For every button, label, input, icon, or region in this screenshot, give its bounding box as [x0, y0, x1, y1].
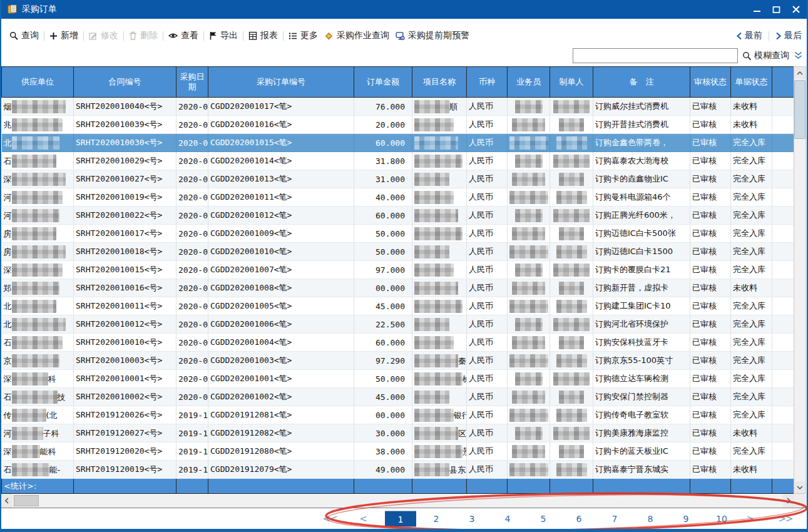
cell-contract-no: SRHT2020010012<号>: [74, 315, 176, 334]
vscroll-thumb[interactable]: [794, 80, 805, 139]
page-button-3[interactable]: 3: [469, 514, 475, 524]
column-header-doc-status[interactable]: 单据状态: [731, 67, 772, 98]
data-grid: 供应单位合同编号采购日期采购订单编号订单金额项目名称币种业务员制单人备 注审核状…: [1, 66, 807, 494]
cell-remark: 订购建工集团IC卡10: [593, 297, 690, 315]
fuzzy-search-button[interactable]: 模糊查询: [742, 50, 789, 61]
vertical-scrollbar[interactable]: [794, 66, 806, 494]
cell-salesperson: [508, 406, 550, 424]
column-header-filler[interactable]: [772, 67, 794, 98]
column-header-salesperson[interactable]: 业务员: [508, 67, 550, 98]
page-next-button[interactable]: >: [746, 513, 754, 524]
expand-chevron-icon[interactable]: [794, 51, 803, 60]
table-row[interactable]: 北SRHT2020010030<号>2020-0CGDD202001015<笔>…: [2, 134, 794, 152]
cell-amount: 76.000: [354, 98, 412, 116]
page-button-2[interactable]: 2: [434, 514, 439, 524]
table-row[interactable]: 房SRHT2020010018<号>2020-0CGDD202001010<笔>…: [2, 243, 794, 261]
horizontal-scrollbar[interactable]: [1, 494, 807, 508]
minimize-button[interactable]: [753, 6, 761, 14]
cell-contract-no: SRHT2020010011<号>: [74, 297, 176, 315]
table-row[interactable]: 河SRHT2020010022<号>2020-0CGDD202001012<笔>…: [2, 207, 794, 225]
column-header-purchase-date[interactable]: 采购日期: [176, 67, 208, 98]
table-row[interactable]: 北SRHT2020010011<号>2020-0CGDD202001005<笔>…: [2, 297, 794, 315]
column-header-contract-no[interactable]: 合同编号: [74, 67, 176, 98]
table-row[interactable]: 烟SRHT2020010040<号>2020-0CGDD202001017<笔>…: [2, 98, 794, 116]
column-header-amount[interactable]: 订单金额: [354, 67, 412, 98]
cell-salesperson: [508, 279, 550, 297]
toolbar-button-更多[interactable]: 更多: [285, 30, 321, 41]
table-row[interactable]: 深SRHT2020010015<号>2020-0CGDD202001007<笔>…: [2, 261, 794, 279]
toolbar-button-采购提前期预警[interactable]: 采购提前期预警: [392, 30, 473, 41]
censored-mosaic: [414, 227, 463, 240]
column-header-remark[interactable]: 备 注: [593, 67, 690, 98]
column-header-order-no[interactable]: 采购订单编号: [208, 67, 354, 98]
cell-audit-status: 已审核: [690, 152, 731, 170]
toolbar-button-查询[interactable]: 查询: [6, 30, 42, 41]
page-button-8[interactable]: 8: [648, 514, 653, 524]
column-header-audit-status[interactable]: 审核状态: [690, 67, 731, 98]
table-row[interactable]: 河SRHT2020010019<号>2020-0CGDD202001011<笔>…: [2, 188, 794, 207]
cell-project: [412, 116, 467, 134]
page-button-6[interactable]: 6: [576, 514, 582, 524]
scroll-down-arrow[interactable]: [794, 481, 805, 493]
scroll-right-arrow[interactable]: [783, 494, 794, 508]
column-header-currency[interactable]: 币种: [467, 67, 508, 98]
page-first-button[interactable]: <<: [322, 513, 337, 524]
hscroll-thumb[interactable]: [14, 495, 39, 506]
cell-project: [412, 261, 467, 279]
cell-remark: 订购河北省环境保护: [593, 315, 690, 334]
scroll-up-arrow[interactable]: [794, 67, 805, 79]
separator: [44, 31, 44, 41]
toolbar-button-查看[interactable]: 查看: [165, 30, 202, 41]
table-row[interactable]: 深能科SRHT2019120020<号>2019-1CGDD201912080<…: [2, 442, 794, 461]
table-row[interactable]: 河子科SRHT2019120027<号>2019-1CGDD201912082<…: [2, 424, 794, 442]
search-icon: [742, 51, 752, 61]
censored-mosaic: [414, 136, 458, 150]
cell-amount: 31.800: [354, 152, 412, 170]
page-button-9[interactable]: 9: [683, 514, 689, 524]
page-button-10[interactable]: 10: [716, 514, 727, 524]
table-row[interactable]: 京SRHT2020010003<号>2020-0CGDD202001003<笔>…: [2, 352, 794, 370]
table-row[interactable]: 石能-SRHT2019120019<号>2019-1CGDD201912079<…: [2, 461, 794, 479]
toolbar-button-报表[interactable]: 报表: [245, 30, 281, 41]
table-row[interactable]: 石SRHT2020010010<号>2020-0CGDD202001004<笔>…: [2, 334, 794, 352]
cell-remark: 订购曼科电源箱46个: [593, 188, 690, 207]
column-header-project[interactable]: 项目名称: [412, 67, 467, 98]
table-row[interactable]: 兆SRHT2020010039<号>2020-0CGDD202001016<笔>…: [2, 116, 794, 134]
maximize-button[interactable]: [772, 6, 780, 14]
separator: [123, 31, 124, 41]
nav-first-button[interactable]: 最前: [736, 30, 762, 41]
table-row[interactable]: 石技SRHT2020010002<号>2020-0CGDD202001002<笔…: [2, 388, 794, 406]
page-last-button[interactable]: >>: [778, 513, 792, 524]
cell-supplier: 北: [2, 297, 74, 315]
toolbar-button-导出[interactable]: 导出: [206, 30, 241, 41]
table-row[interactable]: 深SRHT2020010027<号>2020-0CGDD202001013<笔>…: [2, 170, 794, 188]
search-input[interactable]: [573, 48, 738, 63]
page-button-4[interactable]: 4: [505, 514, 511, 524]
table-row[interactable]: 房SRHT2020010017<号>2020-0CGDD202001009<笔>…: [2, 225, 794, 243]
nav-last-button[interactable]: 最后: [775, 30, 802, 41]
page-button-5[interactable]: 5: [541, 514, 546, 524]
page-button-1[interactable]: 1: [385, 511, 416, 527]
close-button[interactable]: [792, 5, 800, 14]
table-row[interactable]: 郑SRHT2020010016<号>2020-0CGDD202001008<笔>…: [2, 279, 794, 297]
cell-salesperson: [508, 188, 550, 207]
column-header-supplier[interactable]: 供应单位: [2, 67, 74, 98]
cell-order-no: CGDD202001010<笔>: [208, 243, 354, 261]
cell-salesperson: [508, 116, 550, 134]
column-header-maker[interactable]: 制单人: [550, 67, 593, 98]
table-row[interactable]: 石SRHT2020010029<号>2020-0CGDD202001014<笔>…: [2, 152, 794, 170]
cell-maker: [550, 388, 593, 406]
cell-maker: [550, 261, 593, 279]
toolbar-button-采购作业查询[interactable]: 采购作业查询: [321, 30, 392, 41]
page-prev-button[interactable]: <: [359, 513, 367, 524]
toolbar-button-新增[interactable]: 新增: [46, 30, 81, 41]
cell-supplier: 京: [2, 352, 74, 370]
cell-doc-status: 完全入库: [731, 334, 772, 352]
cell-maker: [550, 352, 593, 370]
page-button-7[interactable]: 7: [612, 514, 618, 524]
table-row[interactable]: 传(北SRHT2019120026<号>2019-1CGDD201912081<…: [2, 406, 794, 424]
table-row[interactable]: 深科SRHT2020010001<号>2020-0CGDD202001001<笔…: [2, 370, 794, 388]
scroll-left-arrow[interactable]: [1, 494, 13, 508]
cell-order-no: CGDD202001009<笔>: [208, 225, 354, 243]
table-row[interactable]: 北SRHT2020010012<号>2020-0CGDD202001006<笔>…: [2, 315, 794, 334]
